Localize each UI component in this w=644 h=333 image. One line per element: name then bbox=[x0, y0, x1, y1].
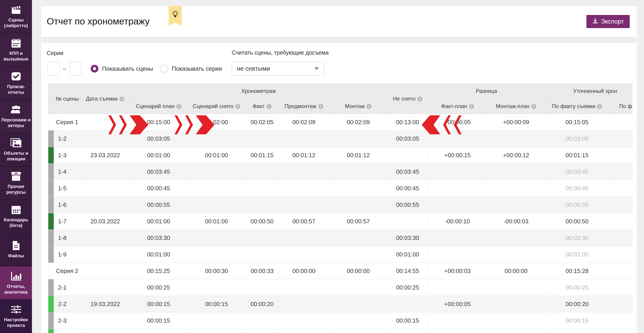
cell-pre: 00:00:00 bbox=[278, 263, 329, 279]
cell-mont bbox=[329, 197, 388, 213]
sidebar-item-reports-prod[interactable]: Произв. отчеты bbox=[0, 67, 32, 99]
cell-byshoot: 00:00:20 bbox=[545, 296, 609, 312]
cell-byshoot: 00:15:28 bbox=[545, 263, 609, 279]
cell-notshot bbox=[388, 329, 428, 333]
info-icon[interactable]: i bbox=[266, 104, 272, 109]
sidebar-item-label: Прочие ресурсы bbox=[0, 184, 32, 195]
cell-byshoot: 00:03:30 bbox=[545, 230, 609, 246]
sidebar-item-resources[interactable]: Прочие ресурсы bbox=[0, 166, 32, 199]
scene-number: 1-6 bbox=[54, 197, 81, 213]
cell-byshoot: 00:00:55 bbox=[545, 197, 609, 213]
scene-status-indicator bbox=[48, 213, 54, 230]
col-scene: № сцены bbox=[54, 84, 81, 114]
col-mont: Монтажi bbox=[329, 98, 388, 114]
range-separator: – bbox=[63, 65, 66, 72]
info-icon[interactable]: i bbox=[469, 104, 474, 109]
series-from-input[interactable] bbox=[48, 62, 60, 76]
cell-notshot: 00:03:45 bbox=[388, 164, 428, 180]
sidebar-item-label: Произв. отчеты bbox=[0, 84, 32, 95]
sidebar-item-label: Объекты и локации bbox=[0, 150, 32, 162]
scene-status-indicator bbox=[48, 246, 54, 263]
cell-shot bbox=[188, 279, 246, 296]
lightbulb-bookmark-icon[interactable] bbox=[169, 6, 182, 26]
radio-selected-icon[interactable] bbox=[91, 65, 98, 72]
cell-mont: 00:02:09 bbox=[329, 114, 388, 130]
scene-status-indicator bbox=[48, 230, 54, 246]
cell-plan: 00:00:55 bbox=[130, 197, 188, 213]
scene-row: 1-600:00:5500:00:5500:00:55 bbox=[48, 197, 633, 213]
cell-shot bbox=[188, 197, 246, 213]
reshoot-select[interactable]: не снятыми bbox=[232, 62, 324, 76]
cell-pre bbox=[278, 197, 329, 213]
cell-pre: 00:01:12 bbox=[278, 147, 329, 164]
cell-byshoot: 00:03:05 bbox=[545, 130, 609, 147]
cell-byshoot2 bbox=[609, 263, 632, 279]
radio-show-series[interactable]: Показывать серии bbox=[160, 62, 222, 76]
radio-show-scenes[interactable]: Показывать сцены bbox=[91, 62, 153, 76]
scene-number: 1-7 bbox=[54, 213, 81, 230]
shoot-date bbox=[81, 279, 130, 296]
shoot-date bbox=[81, 246, 130, 263]
cell-notshot: 00:00:25 bbox=[388, 279, 428, 296]
info-icon[interactable]: i bbox=[176, 104, 181, 109]
cell-fact: 00:00:33 bbox=[246, 263, 278, 279]
cell-dfact bbox=[428, 130, 487, 147]
cell-byshoot2 bbox=[609, 147, 632, 164]
series-label: Серия 1 bbox=[48, 114, 130, 130]
series-to-input[interactable] bbox=[70, 62, 82, 76]
sliders-icon bbox=[10, 304, 22, 315]
cell-mont bbox=[329, 230, 388, 246]
cell-dfact: +00:00:05 bbox=[428, 296, 487, 312]
cell-dmont: +00:00:12 bbox=[487, 147, 545, 164]
info-icon[interactable]: i bbox=[318, 104, 323, 109]
col-dmont: Монтаж-планi bbox=[487, 98, 545, 114]
info-icon[interactable]: i bbox=[417, 96, 422, 101]
info-icon[interactable]: i bbox=[597, 104, 602, 109]
sidebar-item-locations[interactable]: Объекты и локации bbox=[0, 133, 32, 166]
sidebar-item-scenes[interactable]: Сцены (либретто) bbox=[0, 0, 32, 33]
radio-unselected-icon[interactable] bbox=[160, 65, 168, 72]
sidebar-item-files[interactable]: Файлы bbox=[0, 233, 32, 266]
cell-shot: 00:01:00 bbox=[188, 147, 246, 164]
sidebar-item-characters[interactable]: Персонажи и актеры bbox=[0, 100, 32, 133]
sidebar-item-settings[interactable]: Настройки проекта bbox=[0, 300, 32, 333]
cell-byshoot: 00:03:45 bbox=[545, 164, 609, 180]
reshoot-filter-label: Считать сцены, требующие досъема bbox=[232, 49, 329, 56]
cell-fact: 00:00:50 bbox=[246, 213, 278, 230]
info-icon[interactable]: i bbox=[366, 104, 372, 109]
file-icon bbox=[10, 240, 22, 251]
scene-row: 2-300:00:1500:00:1500:00:15 bbox=[48, 312, 633, 329]
cell-notshot bbox=[388, 213, 428, 230]
info-icon[interactable]: i bbox=[120, 96, 124, 101]
scene-status-indicator bbox=[48, 164, 54, 180]
cell-shot bbox=[188, 329, 246, 333]
sidebar-item-kpp[interactable]: КПП и вызывные bbox=[0, 33, 32, 66]
scene-number: 1-4 bbox=[54, 164, 81, 180]
cell-mont: 00:00:57 bbox=[329, 213, 388, 230]
sidebar-item-analytics[interactable]: Отчеты, аналитика bbox=[0, 266, 32, 299]
cell-dfact: +00:00:05 bbox=[428, 114, 487, 130]
group-timing: Хронометраж bbox=[130, 84, 388, 98]
clapperboard-icon bbox=[10, 4, 22, 15]
series-row: Серия 100:15:0000:02:0000:02:0500:02:090… bbox=[48, 114, 633, 130]
sidebar-item-label: Файлы bbox=[6, 253, 25, 259]
shoot-date bbox=[81, 230, 130, 246]
sidebar-item-label: Сцены (либретто) bbox=[0, 17, 32, 28]
info-icon[interactable]: i bbox=[531, 104, 536, 109]
cell-plan bbox=[130, 329, 188, 333]
header-card: Отчет по хронометражу Экспорт bbox=[41, 6, 637, 37]
app-page: Сцены (либретто) КПП и вызывные Прои bbox=[0, 0, 644, 333]
cell-shot: 00:01:00 bbox=[188, 213, 246, 230]
info-icon[interactable]: i bbox=[235, 104, 240, 109]
scene-status-indicator bbox=[48, 180, 54, 197]
sidebar-item-calendar[interactable]: Календарь (бета) bbox=[0, 200, 32, 233]
scene-status-indicator bbox=[48, 147, 54, 164]
cell-dmont bbox=[487, 246, 545, 263]
cell-byshoot: 00:01:00 bbox=[545, 246, 609, 263]
shoot-date bbox=[81, 312, 130, 329]
scene-status-indicator bbox=[48, 130, 54, 147]
shoot-date: 23.03.2022 bbox=[81, 147, 130, 164]
export-button[interactable]: Экспорт bbox=[586, 15, 630, 28]
cell-shot: 00:00:30 bbox=[188, 263, 246, 279]
cell-notshot: 00:00:15 bbox=[388, 312, 428, 329]
